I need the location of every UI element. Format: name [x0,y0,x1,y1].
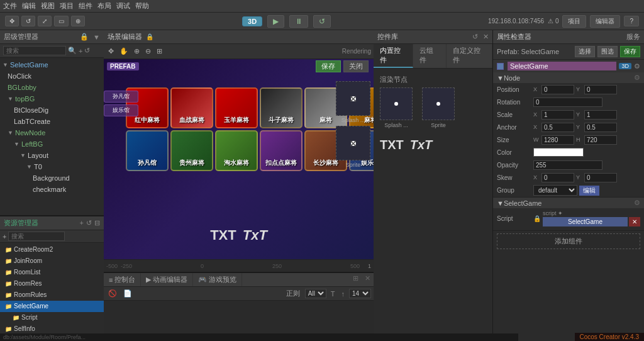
tile-9[interactable]: 淘水麻将 [215,130,258,171]
render-node-sprite-box[interactable] [422,87,455,120]
scene-save-btn[interactable]: 保存 [316,60,341,72]
tile-7[interactable]: 孙凡馆 [126,130,169,171]
menu-item-file[interactable]: 文件 [3,1,17,11]
node-active-checkbox[interactable] [497,63,504,70]
render-node-splash-box[interactable] [380,87,413,120]
comp-tab-cloud[interactable]: 云组件 [413,44,447,68]
tree-node-newnode[interactable]: ▼ NewNode [0,127,104,138]
console-level-select[interactable]: 14 [349,289,371,298]
asset-item-roomlist[interactable]: 📁 RoomList [0,267,104,278]
scene-fit-btn[interactable]: ⊞ [155,47,164,56]
menu-item-help[interactable]: 帮助 [135,1,149,11]
surround-btn[interactable]: 围选 [597,46,618,57]
scene-zoom-out-btn[interactable]: ⊖ [143,47,153,56]
rect-tool-btn[interactable]: ▭ [54,16,69,26]
console-close-icon[interactable]: ✕ [362,273,374,286]
help-btn[interactable]: ? [624,16,639,26]
hierarchy-lock-icon[interactable]: 🔒 [80,33,89,41]
asset-item-roomres[interactable]: 📁 RoomRes [0,278,104,289]
asset-item-selectgame[interactable]: 📁 SelectGame [0,301,104,312]
console-file-btn[interactable]: 📄 [121,289,134,298]
assets-add-icon[interactable]: + [80,219,84,227]
node-section-gear[interactable]: ⚙ [634,74,640,82]
scale-y-input[interactable] [584,110,617,120]
group-edit-btn[interactable]: 编辑 [579,186,599,196]
step-btn[interactable]: ↺ [313,15,331,28]
scene-zoom-in-btn[interactable]: ⊕ [132,47,142,56]
scale-x-input[interactable] [541,110,574,120]
add-component-btn[interactable]: 添加组件 [497,233,640,249]
tile-8[interactable]: 贵州麻将 [170,130,213,171]
scene-move-btn[interactable]: ✥ [106,47,116,56]
sprite-sprite-box[interactable]: ✕ [336,126,370,160]
asset-item-script[interactable]: 📁 Script [0,312,104,323]
menu-item-edit[interactable]: 编辑 [22,1,36,11]
console-tab-preview[interactable]: 🎮 游戏预览 [193,273,242,286]
selectgame-section-gear[interactable]: ⚙ [634,199,640,207]
menu-item-component[interactable]: 组件 [79,1,92,11]
console-tab-animation[interactable]: ▶ 动画编辑器 [141,273,193,286]
sprite-splash-box[interactable]: ✕ [336,81,370,116]
scene-lock-icon[interactable]: 🔒 [146,33,153,40]
tree-node-topbg[interactable]: ▼ topBG [0,93,104,104]
menu-item-view[interactable]: 视图 [41,1,55,11]
console-clear-btn[interactable]: 🚫 [106,289,119,298]
tree-node-checkmark[interactable]: checkmark [0,184,104,195]
move-tool-btn[interactable]: ✥ [5,16,19,26]
add-node-icon[interactable]: + [79,47,82,55]
comp-tab-builtin[interactable]: 内置控件 [374,44,413,68]
menu-item-project[interactable]: 项目 [60,1,74,11]
scale-tool-btn[interactable]: ⤢ [38,16,52,26]
comp-tab-custom[interactable]: 自定义控件 [447,44,493,68]
color-picker[interactable] [533,148,584,157]
console-tab-control[interactable]: ≡ 控制台 [104,273,141,286]
rotation-input[interactable] [533,98,602,107]
position-x-input[interactable] [541,85,574,94]
selectgame-section-header[interactable]: ▼ SelectGame ⚙ [493,198,644,208]
assets-search-input[interactable] [8,232,65,241]
console-right-icon[interactable]: ⊞ [350,273,362,286]
anchor-tool-btn[interactable]: ⊕ [71,16,85,26]
asset-item-createroom2[interactable]: 📁 CreateRoom2 [0,244,104,255]
scene-close-btn[interactable]: 关闭 [343,60,369,72]
node-settings-icon[interactable]: ⚙ [634,62,640,70]
hierarchy-add-icon[interactable]: ▼ [93,33,100,41]
tree-node-selectgame[interactable]: ▼ SelectGame [0,59,104,70]
tile-2[interactable]: 血战麻将 [170,87,213,128]
component-refresh-icon[interactable]: ↺ [472,33,478,41]
assets-refresh-icon[interactable]: ↺ [86,219,92,227]
pause-btn[interactable]: ⏸ [289,15,308,28]
position-y-input[interactable] [584,85,617,94]
tile-10[interactable]: 扣点点麻将 [260,130,303,171]
play-btn[interactable]: ▶ [267,15,284,28]
asset-item-roomrules[interactable]: 📁 RoomRules [0,289,104,301]
tree-node-leftbg[interactable]: ▼ LeftBG [0,138,104,150]
component-close-icon[interactable]: ✕ [483,33,489,41]
editor-btn[interactable]: 编辑器 [590,15,620,28]
tree-node-background[interactable]: Background [0,172,104,184]
anchor-y-input[interactable] [584,123,617,132]
script-remove-btn[interactable]: ✕ [629,217,640,226]
size-w-input[interactable] [541,135,574,145]
menu-item-layout[interactable]: 布局 [97,1,111,11]
select-btn[interactable]: 选择 [575,46,595,57]
skew-x-input[interactable] [541,173,574,182]
skew-y-input[interactable] [584,173,617,182]
assets-collapse-icon[interactable]: ⊟ [94,219,100,227]
tree-node-labtcreate[interactable]: LabTCreate [0,116,104,127]
rotate-tool-btn[interactable]: ↺ [21,16,35,26]
project-btn[interactable]: 项目 [562,15,586,28]
asset-item-joinroom[interactable]: 📁 JoinRoom [0,255,104,267]
tile-3[interactable]: 玉羊麻将 [215,87,258,128]
node-name-input[interactable] [508,62,616,70]
anchor-x-input[interactable] [541,123,574,132]
console-filter-select[interactable]: All [305,289,326,298]
tree-node-noclick[interactable]: NoClick [0,70,104,82]
tree-node-btclosedig[interactable]: BtCloseDig [0,104,104,116]
tree-node-bglobby[interactable]: BGLobby [0,82,104,93]
tree-node-t0[interactable]: ▼ T0 [0,161,104,172]
scene-canvas[interactable]: PREFAB 保存 关闭 红中麻将 血战麻将 玉羊麻将 斗子麻将 麻将 麻将 孙… [104,59,374,259]
assets-new-icon[interactable]: + [3,233,6,240]
3d-mode-btn[interactable]: 3D [242,16,262,26]
size-h-input[interactable] [584,135,617,145]
